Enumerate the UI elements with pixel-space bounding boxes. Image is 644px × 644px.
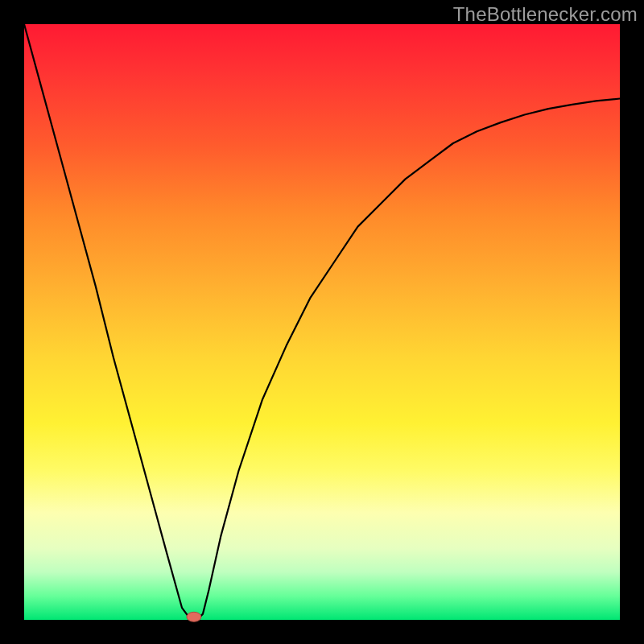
plot-area bbox=[24, 24, 620, 620]
chart-stage: TheBottlenecker.com bbox=[0, 0, 644, 644]
watermark-text: TheBottlenecker.com bbox=[453, 3, 638, 26]
chart-svg bbox=[24, 24, 620, 620]
bottleneck-curve bbox=[24, 24, 620, 620]
optimal-point-marker bbox=[187, 612, 201, 621]
